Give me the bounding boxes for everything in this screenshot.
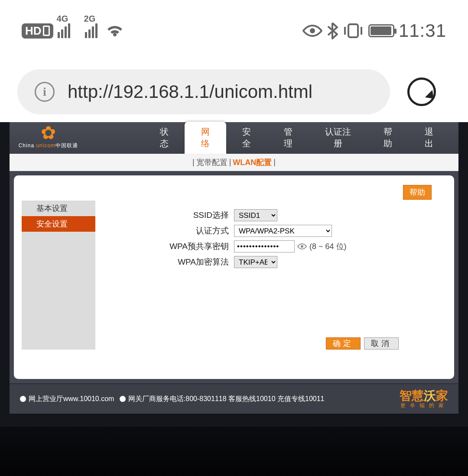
key-hint: (8 ~ 64 位): [309, 241, 347, 252]
sidemenu-security[interactable]: 安全设置: [22, 216, 95, 232]
subnav-wlan[interactable]: WLAN配置: [233, 157, 272, 168]
bottom-spacer: [0, 427, 468, 476]
select-auth[interactable]: WPA/WPA2-PSK: [234, 225, 332, 237]
footer-service: 网关厂商服务电话:800-8301118 客服热线10010 充值专线10011: [128, 395, 325, 404]
battery-icon: [368, 24, 394, 37]
vibrate-icon: [342, 23, 364, 39]
eye-toggle-icon[interactable]: [297, 243, 307, 250]
signal-2g: 2G: [85, 23, 101, 38]
nav-tab-manage[interactable]: 管理: [267, 122, 309, 154]
bluetooth-icon: [327, 22, 338, 39]
nav-tab-auth[interactable]: 认证注册: [309, 122, 367, 154]
hd-badge: HD: [22, 23, 53, 39]
label-auth: 认证方式: [113, 225, 234, 236]
label-alg: WPA加密算法: [113, 256, 234, 268]
nav-tab-security[interactable]: 安全: [226, 122, 267, 154]
signal-4g: 4G: [58, 23, 74, 38]
footer: 网上营业厅www.10010.com 网关厂商服务电话:800-8301118 …: [10, 383, 458, 414]
nav-tab-network[interactable]: 网络: [185, 122, 226, 154]
cancel-button[interactable]: 取消: [364, 337, 399, 350]
url-text: http://192.168.1.1/unicom.html: [68, 81, 312, 102]
nav-tab-logout[interactable]: 退出: [409, 122, 450, 154]
top-nav: ✿ China unicom中国联通 状态 网络 安全 管理 认证注册 帮助 退…: [10, 122, 458, 154]
svg-point-0: [310, 28, 315, 33]
help-button[interactable]: 帮助: [403, 185, 432, 200]
label-key: WPA预共享密钥: [113, 241, 234, 252]
subnav-broadband[interactable]: 宽带配置: [196, 157, 228, 168]
footer-shop: 网上营业厅www.10010.com: [29, 395, 114, 404]
wifi-icon: [105, 23, 124, 38]
visibility-icon: [302, 24, 322, 38]
ok-button[interactable]: 确定: [326, 337, 361, 350]
form-area: SSID选择 SSID1 认证方式 WPA/WPA2-PSK WPA预共享密钥: [95, 201, 446, 350]
bullet-icon: [120, 396, 126, 402]
site-info-icon[interactable]: i: [35, 82, 55, 102]
sidemenu-basic[interactable]: 基本设置: [22, 201, 95, 216]
nav-tab-help[interactable]: 帮助: [367, 122, 408, 154]
phone-status-bar: HD 4G 2G 11:31: [0, 0, 468, 62]
reload-button[interactable]: [407, 78, 436, 106]
content-panel: 帮助 基本设置 安全设置 SSID选择 SSID1 认证方式: [14, 175, 454, 379]
router-page: ✿ China unicom中国联通 状态 网络 安全 管理 认证注册 帮助 退…: [0, 122, 468, 427]
browser-toolbar: i http://192.168.1.1/unicom.html: [0, 62, 468, 122]
svg-point-2: [301, 245, 303, 248]
footer-logo: 智慧沃家 更幸福的家: [400, 389, 448, 408]
address-bar[interactable]: i http://192.168.1.1/unicom.html: [17, 69, 390, 114]
side-menu: 基本设置 安全设置: [22, 201, 95, 350]
select-algorithm[interactable]: TKIP+AES: [234, 256, 277, 268]
nav-tab-status[interactable]: 状态: [143, 122, 185, 154]
nav-tabs: 状态 网络 安全 管理 认证注册 帮助 退出: [143, 122, 450, 154]
unicom-logo: ✿ China unicom中国联通: [10, 124, 87, 154]
label-ssid: SSID选择: [113, 210, 234, 221]
input-wpa-key[interactable]: [234, 240, 295, 253]
clock: 11:31: [399, 20, 446, 41]
bullet-icon: [20, 396, 26, 402]
svg-rect-1: [348, 24, 358, 37]
select-ssid[interactable]: SSID1: [234, 209, 277, 221]
sub-nav: | 宽带配置 | WLAN配置 |: [10, 154, 458, 171]
